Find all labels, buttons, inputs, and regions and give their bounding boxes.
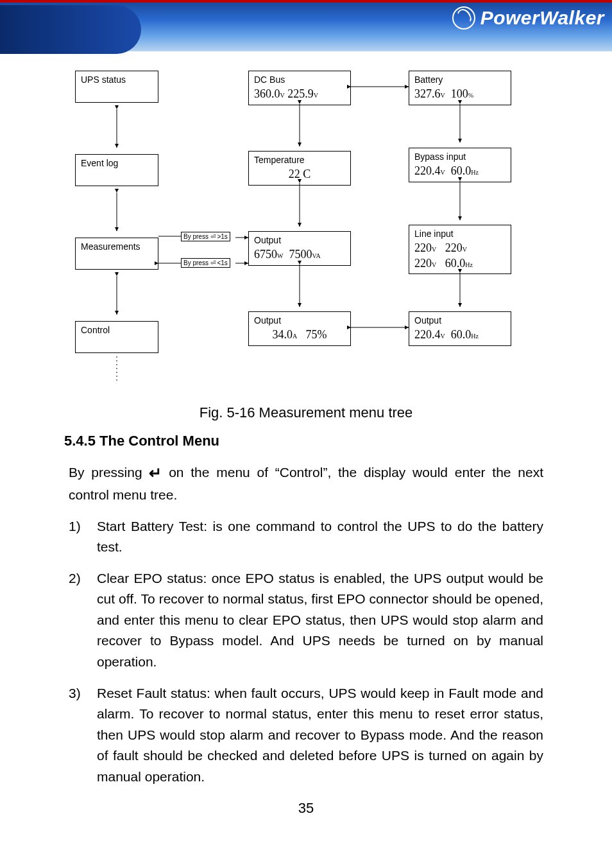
node-output-a: Output 34.0A 75%: [248, 311, 351, 346]
measurement-menu-diagram: UPS status Event log Measurements Contro…: [56, 64, 556, 398]
plug-icon: [452, 6, 475, 30]
node-event-log: Event log: [75, 154, 158, 186]
node-ups-status: UPS status: [75, 71, 158, 103]
header-tab: [0, 5, 141, 54]
brand-name: PowerWalker: [480, 7, 604, 29]
enter-icon: ↵: [149, 461, 162, 485]
brand-logo: PowerWalker: [452, 6, 604, 30]
list-item: 2) Clear EPO status: once EPO status is …: [69, 568, 543, 673]
node-dc-bus: DC Bus 360.0V 225.9V: [248, 71, 351, 105]
intro-paragraph: By pressing ↵ on the menu of “Control”, …: [69, 461, 543, 506]
press-gt-label: By press ⏎ >1s: [181, 232, 230, 241]
node-output-vhz: Output 220.4V 60.0Hz: [409, 311, 511, 346]
list-text: Start Battery Test: is one command to co…: [97, 516, 543, 558]
node-control: Control: [75, 321, 158, 353]
list-text: Reset Fault status: when fault occurs, U…: [97, 683, 543, 788]
list-item: 1) Start Battery Test: is one command to…: [69, 516, 543, 558]
header-band: PowerWalker: [0, 0, 612, 51]
section-heading: 5.4.5 The Control Menu: [64, 433, 612, 449]
page-number: 35: [0, 800, 612, 817]
list-number: 3): [69, 683, 97, 788]
node-battery: Battery 327.6V 100%: [409, 71, 511, 105]
node-line-input: Line input 220V 220V 220V 60.0Hz: [409, 225, 511, 274]
node-bypass-input: Bypass input 220.4V 60.0Hz: [409, 148, 511, 182]
figure-caption: Fig. 5-16 Measurement menu tree: [0, 404, 612, 421]
node-output-wva: Output 6750W 7500VA: [248, 231, 351, 266]
node-measurements: Measurements: [75, 238, 158, 270]
list-number: 2): [69, 568, 97, 673]
node-temperature: Temperature 22 C: [248, 151, 351, 186]
press-lt-label: By press ⏎ <1s: [181, 258, 230, 268]
list-number: 1): [69, 516, 97, 558]
list-item: 3) Reset Fault status: when fault occurs…: [69, 683, 543, 788]
list-text: Clear EPO status: once EPO status is ena…: [97, 568, 543, 673]
